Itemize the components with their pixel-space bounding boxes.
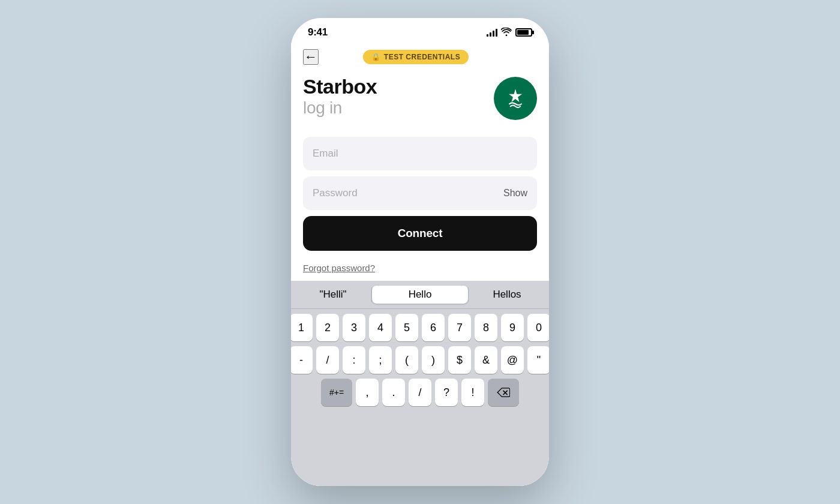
key-open-paren[interactable]: (: [395, 346, 418, 374]
wifi-icon: [501, 28, 512, 38]
connect-button[interactable]: Connect: [303, 216, 537, 251]
forgot-password-section: Forgot password?: [291, 260, 549, 281]
key-close-paren[interactable]: ): [422, 346, 445, 374]
show-password-button[interactable]: Show: [499, 185, 527, 201]
key-3[interactable]: 3: [343, 314, 365, 341]
key-dollar[interactable]: $: [448, 346, 471, 374]
key-5[interactable]: 5: [395, 314, 418, 341]
form-section: Show Connect: [291, 132, 549, 260]
top-nav: ← 🔒 TEST CREDENTIALS: [291, 42, 549, 70]
status-icons: [487, 28, 532, 38]
back-button[interactable]: ←: [303, 49, 319, 65]
key-quote[interactable]: ": [527, 346, 549, 374]
test-credentials-label: TEST CREDENTIALS: [384, 53, 460, 61]
keyboard-rows: 1 2 3 4 5 6 7 8 9 0 - / : ; (: [291, 309, 549, 411]
key-more-symbols[interactable]: #+=: [321, 379, 352, 406]
svg-marker-0: [509, 89, 522, 102]
signal-icon: [487, 28, 497, 37]
key-dash[interactable]: -: [291, 346, 313, 374]
key-colon[interactable]: :: [343, 346, 365, 374]
lock-icon: 🔒: [371, 53, 380, 61]
app-content: ← 🔒 TEST CREDENTIALS Starbox log in: [291, 42, 549, 486]
key-forward-slash[interactable]: /: [409, 379, 431, 406]
header-titles: Starbox log in: [303, 76, 377, 118]
status-time: 9:41: [308, 26, 328, 38]
app-title: Starbox: [303, 76, 377, 98]
key-0[interactable]: 0: [527, 314, 549, 341]
key-ampersand[interactable]: &: [475, 346, 497, 374]
key-at[interactable]: @: [501, 346, 524, 374]
key-slash[interactable]: /: [316, 346, 339, 374]
key-9[interactable]: 9: [501, 314, 524, 341]
key-2[interactable]: 2: [316, 314, 339, 341]
battery-icon: [515, 28, 532, 37]
key-1[interactable]: 1: [291, 314, 313, 341]
email-input[interactable]: [303, 137, 537, 170]
predictive-word-2[interactable]: Hello: [372, 286, 468, 304]
keyboard-row-symbols: - / : ; ( ) $ & @ ": [295, 346, 545, 374]
keyboard-row-numbers: 1 2 3 4 5 6 7 8 9 0: [295, 314, 545, 341]
key-semicolon[interactable]: ;: [369, 346, 392, 374]
key-6[interactable]: 6: [422, 314, 445, 341]
delete-key[interactable]: [488, 379, 519, 406]
predictive-word-3[interactable]: Hellos: [469, 286, 545, 304]
password-wrapper: Show: [303, 176, 537, 210]
battery-fill: [517, 30, 529, 35]
key-period[interactable]: .: [382, 379, 405, 406]
status-bar: 9:41: [291, 18, 549, 42]
predictive-word-1[interactable]: "Helli": [295, 286, 371, 304]
key-7[interactable]: 7: [448, 314, 471, 341]
key-exclamation[interactable]: !: [461, 379, 484, 406]
key-4[interactable]: 4: [369, 314, 392, 341]
key-8[interactable]: 8: [475, 314, 497, 341]
test-credentials-badge: 🔒 TEST CREDENTIALS: [363, 50, 469, 64]
app-subtitle: log in: [303, 98, 377, 118]
phone-frame: 9:41 ←: [291, 18, 549, 486]
keyboard-section: "Helli" Hello Hellos 1 2 3 4 5 6 7 8: [291, 281, 549, 486]
keyboard-row-special: #+= , . / ? !: [295, 379, 545, 406]
key-question[interactable]: ?: [435, 379, 458, 406]
predictive-bar: "Helli" Hello Hellos: [291, 281, 549, 309]
forgot-password-link[interactable]: Forgot password?: [303, 263, 375, 273]
app-logo: [494, 77, 537, 120]
key-comma[interactable]: ,: [356, 379, 379, 406]
password-input[interactable]: [313, 176, 499, 210]
header-section: Starbox log in: [291, 70, 549, 132]
